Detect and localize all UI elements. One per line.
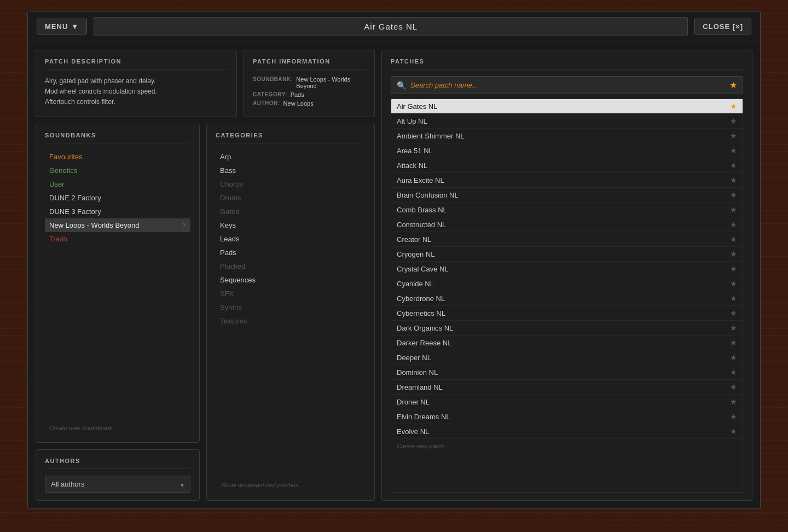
patch-star-icon[interactable]: ★ [730, 190, 737, 199]
patch-row[interactable]: Elvin Dreams NL★ [391, 409, 743, 424]
close-button[interactable]: CLOSE [×] [694, 19, 751, 34]
soundbank-item[interactable]: Genetics [45, 164, 190, 177]
show-uncategorized-button[interactable]: Show uncategorized patches... [216, 477, 366, 493]
soundbank-item-label: Favourites [49, 153, 83, 161]
patch-row[interactable]: Brain Confusion NL★ [391, 188, 743, 203]
soundbank-label: SOUNDBANK: [253, 76, 293, 89]
category-item[interactable]: Gated [216, 205, 366, 218]
category-item[interactable]: Sequences [216, 273, 366, 287]
soundbanks-wrapper: SOUNDBANKS FavouritesGeneticsUserDUNE 2 … [36, 124, 200, 443]
category-item[interactable]: Plucked [216, 259, 366, 273]
category-item[interactable]: Textures [216, 314, 366, 328]
soundbank-item-label: DUNE 2 Factory [49, 194, 101, 202]
patch-row[interactable]: Cybernetics NL★ [391, 306, 743, 321]
patch-name-label: Darker Reese NL [397, 339, 730, 347]
patch-star-icon[interactable]: ★ [730, 264, 737, 273]
patch-star-icon[interactable]: ★ [730, 161, 737, 170]
patch-row[interactable]: Dreamland NL★ [391, 380, 743, 395]
patch-star-icon[interactable]: ★ [730, 279, 737, 288]
patches-list: Air Gates NL★Alt Up NL★Ambient Shimmer N… [391, 99, 743, 439]
category-item[interactable]: Chords [216, 177, 366, 191]
main-content: PATCH DESCRIPTION Airy, gated pad with p… [28, 42, 760, 508]
patch-star-icon[interactable]: ★ [730, 368, 737, 377]
category-item[interactable]: Keys [216, 218, 366, 232]
patch-row[interactable]: Alt Up NL★ [391, 114, 743, 129]
patch-row[interactable]: Evolve NL★ [391, 424, 743, 439]
patch-row[interactable]: Cyanide NL★ [391, 276, 743, 291]
patches-list-container[interactable]: Air Gates NL★Alt Up NL★Ambient Shimmer N… [391, 99, 743, 493]
patch-name-label: Dreamland NL [397, 383, 730, 391]
patch-star-icon[interactable]: ★ [730, 294, 737, 303]
patch-star-icon[interactable]: ★ [730, 397, 737, 406]
patch-star-icon[interactable]: ★ [730, 353, 737, 362]
category-item[interactable]: Leads [216, 232, 366, 246]
patch-star-icon[interactable]: ★ [730, 309, 737, 317]
category-item[interactable]: Drums [216, 191, 366, 205]
patch-star-icon[interactable]: ★ [730, 338, 737, 347]
patch-star-icon[interactable]: ★ [730, 131, 737, 140]
patch-information-panel: PATCH INFORMATION SOUNDBANK: New Loops -… [244, 50, 375, 117]
authors-select[interactable]: All authorsNew LoopsOther [45, 476, 190, 493]
patch-star-icon[interactable]: ★ [730, 176, 737, 184]
soundbank-item[interactable]: Favourites [45, 150, 190, 164]
patch-row[interactable]: Attack NL★ [391, 158, 743, 173]
category-item[interactable]: Arp [216, 150, 366, 164]
create-soundbank-button[interactable]: Create new Soundbank... [45, 421, 190, 435]
create-patch-button[interactable]: Create new patch... [391, 439, 743, 453]
menu-button[interactable]: MENU ▼ [37, 19, 87, 34]
patch-name-label: Droner NL [397, 398, 730, 406]
patch-row[interactable]: Cyberdrone NL★ [391, 291, 743, 306]
patch-row[interactable]: Deeper NL★ [391, 350, 743, 365]
patch-name-label: Cyberdrone NL [397, 294, 730, 303]
search-input[interactable] [410, 81, 725, 89]
patch-row[interactable]: Creator NL★ [391, 232, 743, 247]
app-container: MENU ▼ Air Gates NL CLOSE [×] PATCH DESC… [27, 11, 761, 509]
patch-row[interactable]: Darker Reese NL★ [391, 336, 743, 350]
soundbank-item-label: Trash [49, 235, 67, 243]
soundbank-value: New Loops - Worlds Beyond [296, 76, 366, 89]
patch-row[interactable]: Droner NL★ [391, 395, 743, 409]
menu-chevron-icon: ▼ [71, 22, 79, 31]
soundbank-item[interactable]: DUNE 3 Factory [45, 205, 190, 218]
category-item[interactable]: Synths [216, 300, 366, 314]
patch-row[interactable]: Dark Organics NL★ [391, 321, 743, 336]
title-bar: Air Gates NL [94, 17, 688, 36]
patch-star-icon[interactable]: ★ [730, 323, 737, 332]
patch-name-label: Dominion NL [397, 368, 730, 377]
patch-star-icon[interactable]: ★ [730, 146, 737, 155]
soundbank-item[interactable]: User [45, 177, 190, 191]
category-value: Pads [291, 91, 304, 98]
patch-row[interactable]: Comb Brass NL★ [391, 203, 743, 217]
close-label: CLOSE [×] [703, 22, 743, 31]
patch-name-label: Cryogen NL [397, 250, 730, 258]
patch-row[interactable]: Ambient Shimmer NL★ [391, 129, 743, 143]
patch-row[interactable]: Dominion NL★ [391, 365, 743, 380]
patch-star-icon[interactable]: ★ [730, 235, 737, 244]
patch-row[interactable]: Cryogen NL★ [391, 247, 743, 262]
patch-name-label: Ambient Shimmer NL [397, 132, 730, 140]
patch-row[interactable]: Area 51 NL★ [391, 143, 743, 158]
category-item[interactable]: Bass [216, 164, 366, 177]
category-item[interactable]: Pads [216, 246, 366, 259]
left-panel: PATCH DESCRIPTION Airy, gated pad with p… [36, 50, 375, 501]
patch-star-icon[interactable]: ★ [730, 205, 737, 214]
patch-row[interactable]: Aura Excite NL★ [391, 173, 743, 188]
patch-star-icon[interactable]: ★ [730, 220, 737, 229]
soundbank-remove-icon[interactable]: x [183, 221, 187, 228]
patch-star-icon[interactable]: ★ [730, 117, 737, 125]
patch-row[interactable]: Constructed NL★ [391, 217, 743, 232]
favorites-filter-icon[interactable]: ★ [729, 80, 737, 90]
patch-name-label: Deeper NL [397, 354, 730, 362]
patch-row[interactable]: Air Gates NL★ [391, 99, 743, 114]
patch-star-icon[interactable]: ★ [730, 102, 737, 111]
patch-star-icon[interactable]: ★ [730, 427, 737, 436]
patch-star-icon[interactable]: ★ [730, 383, 737, 391]
patch-row[interactable]: Crystal Cave NL★ [391, 262, 743, 276]
soundbank-item[interactable]: DUNE 2 Factory [45, 191, 190, 205]
soundbank-item[interactable]: New Loops - Worlds Beyondx [45, 218, 190, 232]
patch-name-label: Cyanide NL [397, 280, 730, 288]
category-item[interactable]: SFX [216, 287, 366, 300]
patch-star-icon[interactable]: ★ [730, 250, 737, 258]
soundbank-item[interactable]: Trash [45, 232, 190, 246]
patch-star-icon[interactable]: ★ [730, 412, 737, 421]
